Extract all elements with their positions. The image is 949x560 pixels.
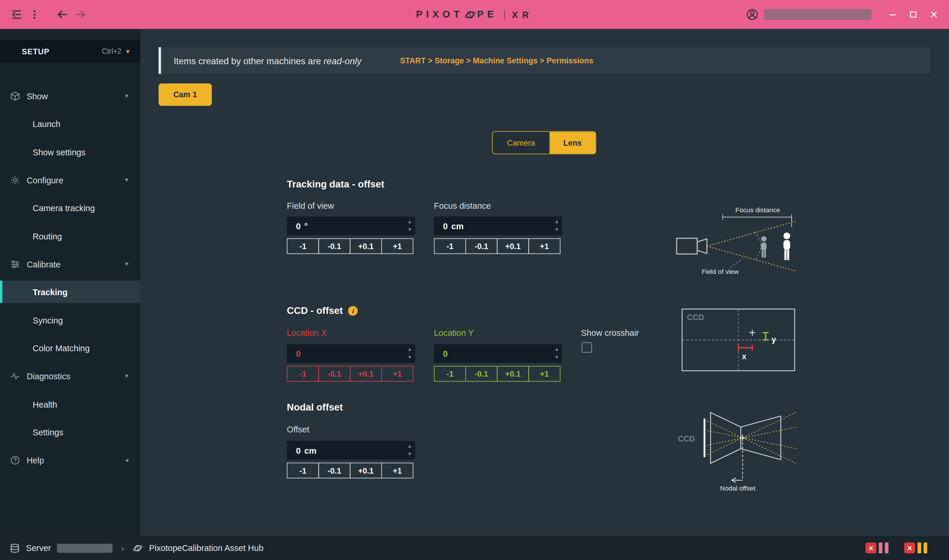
- sidebar-group-show[interactable]: Show ▾: [0, 85, 140, 107]
- stepper-button[interactable]: -1: [287, 463, 319, 478]
- field-of-view-diagram: Focus distance: [672, 205, 805, 278]
- setup-label: SETUP: [22, 47, 50, 56]
- spinner-control[interactable]: ▴ ▾: [556, 345, 558, 361]
- sidebar-item-routing[interactable]: Routing: [0, 225, 140, 248]
- setup-shortcut: Ctrl+2: [102, 47, 121, 56]
- stepper-button[interactable]: +1: [528, 238, 560, 254]
- spinner-up-icon: ▴: [409, 442, 411, 450]
- back-arrow-icon[interactable]: [53, 6, 71, 24]
- sidebar-item-label: Color Matching: [33, 343, 90, 353]
- ccd-offset-title: CCD - offset i: [287, 305, 358, 316]
- focus-distance-input[interactable]: 0 cm ▴ ▾: [434, 217, 562, 235]
- kebab-menu-icon[interactable]: [25, 6, 43, 24]
- sidebar-group-help[interactable]: Help ◂: [0, 449, 140, 471]
- stepper-button[interactable]: +0.1: [350, 366, 382, 382]
- spinner-control[interactable]: ▴ ▾: [556, 218, 558, 234]
- server-icon: [10, 543, 20, 553]
- sidebar-item-label: Show settings: [33, 147, 86, 157]
- pulse-icon: [10, 371, 20, 381]
- location-y-label: Location Y: [434, 328, 474, 337]
- sidebar-item-label: Configure: [26, 175, 63, 185]
- sidebar-item-color-matching[interactable]: Color Matching: [0, 337, 140, 359]
- nodal-offset-field-label: Offset: [287, 425, 309, 434]
- sidebar-item-syncing[interactable]: Syncing: [0, 309, 140, 331]
- stepper-button[interactable]: -0.1: [466, 238, 498, 254]
- help-icon: [10, 455, 20, 465]
- camera-lens-shape: [697, 239, 707, 254]
- pause-bar-icon: [924, 543, 927, 553]
- sidebar-group-diagnostics[interactable]: Diagnostics ▾: [0, 365, 140, 387]
- stepper-button[interactable]: +0.1: [350, 238, 382, 254]
- info-icon[interactable]: i: [348, 306, 358, 315]
- location-x-input[interactable]: 0 ▴ ▾: [287, 344, 415, 363]
- nodal-ccd-label: CCD: [678, 434, 695, 443]
- spinner-control[interactable]: ▴ ▾: [409, 218, 411, 234]
- show-crosshair-label: Show crosshair: [581, 328, 639, 337]
- sidebar-item-tracking[interactable]: Tracking: [0, 281, 140, 303]
- nodal-offset-input[interactable]: 0 cm ▴ ▾: [287, 441, 415, 460]
- readonly-info-banner: Items created by other machines are read…: [159, 47, 930, 74]
- stepper-button[interactable]: +1: [381, 238, 414, 254]
- tab-lens[interactable]: Lens: [549, 132, 596, 154]
- sidebar-item-label: Syncing: [33, 315, 63, 325]
- person-near-icon: [761, 236, 767, 258]
- stepper-button[interactable]: -0.1: [318, 366, 350, 382]
- collapse-sidebar-icon[interactable]: [7, 6, 25, 24]
- stepper-button[interactable]: -1: [434, 366, 466, 382]
- stepper-button[interactable]: +0.1: [497, 238, 529, 254]
- statusbar: Server › PixotopeCalibration Asset Hub ×…: [0, 536, 949, 560]
- tab-camera[interactable]: Camera: [492, 132, 549, 154]
- sidebar-item-label: Diagnostics: [26, 371, 70, 381]
- stepper-button[interactable]: -1: [434, 238, 466, 254]
- sidebar-item-health[interactable]: Health: [0, 393, 140, 415]
- spinner-down-icon: ▾: [556, 226, 558, 234]
- breadcrumb[interactable]: START > Storage > Machine Settings > Per…: [400, 56, 593, 65]
- sidebar-item-camera-tracking[interactable]: Camera tracking: [0, 197, 140, 219]
- field-of-view-label: Field of view: [287, 201, 334, 211]
- stepper-button[interactable]: +1: [528, 366, 560, 382]
- sidebar-item-label: Settings: [33, 427, 63, 437]
- sidebar-group-configure[interactable]: Configure ▾: [0, 169, 140, 191]
- setup-selector[interactable]: SETUP Ctrl+2 ▾: [0, 40, 140, 63]
- window-minimize-button[interactable]: [885, 7, 901, 23]
- user-account-icon[interactable]: [745, 8, 759, 21]
- main-content: Items created by other machines are read…: [140, 29, 949, 536]
- stop-x-icon[interactable]: ×: [866, 543, 876, 553]
- pause-bar-icon: [917, 543, 921, 553]
- stepper-button[interactable]: -0.1: [466, 366, 498, 382]
- window-close-button[interactable]: [926, 7, 942, 23]
- sidebar-group-calibrate[interactable]: Calibrate ▾: [0, 253, 140, 275]
- field-of-view-field: 0 ° ▴ ▾ -1 -0.1 +0.1 +1: [287, 217, 415, 254]
- sidebar-item-launch[interactable]: Launch: [0, 112, 140, 135]
- show-crosshair-checkbox[interactable]: [582, 342, 592, 352]
- cam1-button[interactable]: Cam 1: [159, 83, 212, 106]
- nodal-offset-caption: Nodal offset: [720, 485, 756, 492]
- stepper-button[interactable]: +1: [381, 366, 414, 382]
- stepper-button[interactable]: +0.1: [497, 366, 529, 382]
- stepper-button[interactable]: +0.1: [350, 463, 382, 478]
- caret-down-icon: ▾: [125, 372, 128, 380]
- fov-arc: [754, 232, 761, 260]
- sidebar-item-settings[interactable]: Settings: [0, 421, 140, 443]
- field-of-view-input[interactable]: 0 ° ▴ ▾: [287, 217, 415, 235]
- spinner-up-icon: ▴: [556, 345, 558, 353]
- spinner-down-icon: ▾: [409, 450, 411, 458]
- spinner-control[interactable]: ▴ ▾: [409, 345, 411, 361]
- user-email-redacted: [764, 9, 872, 20]
- field-of-view-stepper: -1 -0.1 +0.1 +1: [287, 238, 415, 254]
- asset-hub-label[interactable]: PixotopeCalibration Asset Hub: [149, 543, 264, 553]
- product-name: XR: [512, 9, 533, 20]
- nodal-offset-stepper: -1 -0.1 +0.1 +1: [287, 463, 415, 478]
- stepper-button[interactable]: -0.1: [318, 238, 350, 254]
- stop-x-icon[interactable]: ×: [904, 543, 915, 553]
- window-maximize-button[interactable]: [906, 7, 921, 23]
- spinner-control[interactable]: ▴ ▾: [409, 442, 411, 458]
- forward-arrow-icon[interactable]: [71, 6, 89, 24]
- sidebar-item-show-settings[interactable]: Show settings: [0, 141, 140, 163]
- stepper-button[interactable]: -1: [287, 366, 319, 382]
- stepper-button[interactable]: +1: [381, 463, 414, 478]
- stepper-button[interactable]: -1: [287, 238, 319, 254]
- chevron-right-icon: ›: [121, 543, 124, 553]
- stepper-button[interactable]: -0.1: [318, 463, 350, 478]
- location-y-input[interactable]: 0 ▴ ▾: [434, 344, 562, 363]
